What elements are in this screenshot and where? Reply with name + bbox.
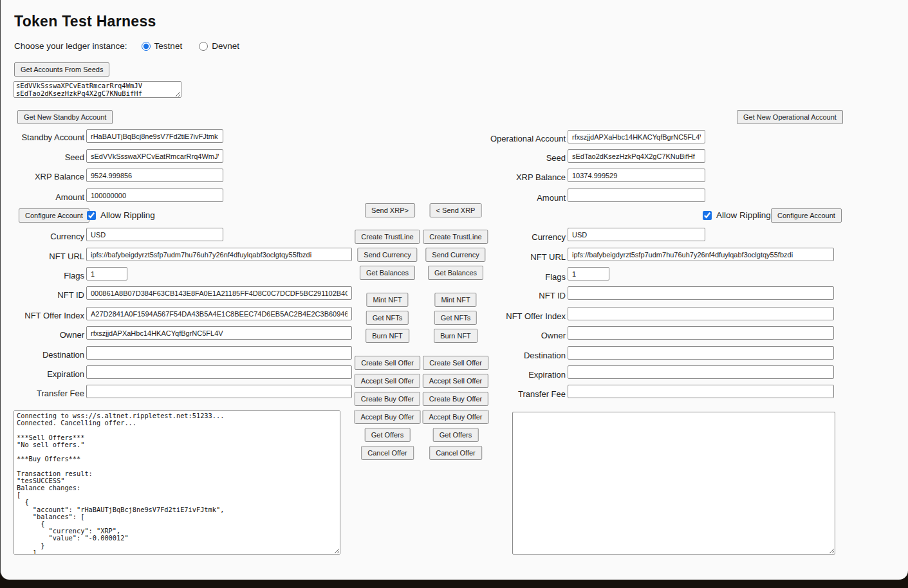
operational-owner-input[interactable] (568, 326, 834, 340)
ledger-instance-row: Choose your ledger instance: Testnet Dev… (14, 41, 256, 51)
operational-nft-id-label: NFT ID (450, 291, 566, 300)
operational-currency-label: Currency (450, 232, 566, 242)
devnet-radio-label: Devnet (212, 41, 239, 51)
standby-nft-id-label: NFT ID (2, 290, 84, 300)
send-xrp-standby-button[interactable]: Send XRP> (365, 203, 415, 217)
accept-buy-offer-standby-button[interactable]: Accept Buy Offer (355, 410, 421, 424)
operational-destination-input[interactable] (568, 346, 834, 360)
get-accounts-from-seeds-button[interactable]: Get Accounts From Seeds (14, 62, 109, 77)
testnet-radio-label: Testnet (154, 41, 183, 51)
create-buy-offer-standby-button[interactable]: Create Buy Offer (355, 392, 420, 406)
operational-xrp-balance-input[interactable] (568, 169, 705, 182)
operational-allow-rippling-checkbox[interactable] (703, 211, 712, 220)
standby-owner-input[interactable] (86, 326, 352, 340)
standby-currency-input[interactable] (86, 228, 223, 241)
operational-flags-label: Flags (450, 272, 566, 282)
get-offers-operational-button[interactable]: Get Offers (433, 428, 479, 442)
mint-nft-standby-button[interactable]: Mint NFT (366, 293, 408, 307)
standby-currency-label: Currency (2, 232, 84, 241)
testnet-radio[interactable] (142, 42, 151, 51)
standby-xrp-balance-label: XRP Balance (2, 172, 84, 181)
ledger-prompt-label: Choose your ledger instance: (14, 41, 127, 51)
page-title: Token Test Harness (14, 13, 156, 30)
operational-flags-input[interactable] (568, 267, 609, 280)
operational-destination-label: Destination (450, 351, 566, 360)
standby-account-label: Standby Account (2, 133, 84, 142)
operational-nft-url-input[interactable] (568, 248, 834, 261)
get-new-standby-account-button[interactable]: Get New Standby Account (17, 110, 113, 124)
standby-account-input[interactable] (86, 129, 223, 143)
operational-allow-rippling-label: Allow Rippling (716, 210, 771, 220)
cancel-offer-operational-button[interactable]: Cancel Offer (429, 446, 482, 460)
standby-nft-id-input[interactable] (86, 286, 352, 300)
create-sell-offer-standby-button[interactable]: Create Sell Offer (355, 356, 420, 370)
standby-allow-rippling-row: Allow Rippling (87, 210, 155, 220)
testnet-radio-group: Testnet (142, 41, 183, 51)
get-balances-standby-button[interactable]: Get Balances (360, 266, 415, 280)
operational-allow-rippling-row: Allow Rippling (703, 210, 771, 220)
send-currency-standby-button[interactable]: Send Currency (357, 248, 417, 262)
seeds-textarea[interactable]: sEdVVkSsswaXPCvEatRmcarRrq4WmJV sEdTao2d… (14, 81, 181, 98)
operational-owner-label: Owner (450, 331, 566, 340)
standby-nft-url-input[interactable] (86, 248, 352, 261)
operational-nft-offer-index-input[interactable] (568, 307, 834, 320)
standby-transfer-fee-input[interactable] (86, 385, 352, 398)
operational-nft-url-label: NFT URL (450, 252, 566, 262)
standby-xrp-balance-input[interactable] (86, 169, 223, 182)
operational-results-textarea[interactable] (512, 412, 835, 555)
operational-currency-input[interactable] (568, 228, 705, 241)
standby-allow-rippling-label: Allow Rippling (100, 210, 155, 220)
operational-seed-label: Seed (450, 153, 566, 163)
operational-expiration-input[interactable] (568, 365, 834, 379)
get-new-operational-account-button[interactable]: Get New Operational Account (737, 110, 843, 124)
standby-allow-rippling-checkbox[interactable] (87, 211, 96, 220)
standby-flags-input[interactable] (86, 267, 127, 280)
operational-nft-id-input[interactable] (568, 286, 834, 300)
operational-seed-input[interactable] (568, 149, 705, 163)
send-xrp-operational-button[interactable]: < Send XRP (430, 203, 482, 217)
get-offers-standby-button[interactable]: Get Offers (365, 428, 411, 442)
operational-nft-offer-index-label: NFT Offer Index (450, 311, 566, 321)
standby-nft-offer-index-input[interactable] (86, 307, 352, 320)
standby-nft-url-label: NFT URL (2, 252, 84, 261)
token-test-harness-page: Token Test Harness Choose your ledger in… (0, 0, 908, 580)
accept-sell-offer-standby-button[interactable]: Accept Sell Offer (355, 374, 420, 388)
standby-amount-input[interactable] (86, 188, 223, 202)
standby-results-textarea[interactable]: Connecting to wss://s.altnet.rippletest.… (14, 410, 340, 555)
standby-owner-label: Owner (2, 330, 84, 340)
operational-expiration-label: Expiration (450, 370, 566, 380)
get-nfts-standby-button[interactable]: Get NFTs (366, 311, 409, 325)
operational-transfer-fee-input[interactable] (568, 385, 834, 398)
standby-nft-offer-index-label: NFT Offer Index (2, 311, 84, 320)
devnet-radio[interactable] (199, 42, 208, 51)
devnet-radio-group: Devnet (199, 41, 239, 51)
standby-seed-input[interactable] (86, 149, 223, 163)
accept-buy-offer-operational-button[interactable]: Accept Buy Offer (423, 410, 489, 424)
standby-flags-label: Flags (2, 271, 84, 280)
operational-transfer-fee-label: Transfer Fee (450, 389, 566, 399)
create-trustline-standby-button[interactable]: Create TrustLine (355, 230, 420, 244)
operational-account-label: Operational Account (450, 134, 566, 143)
operational-amount-label: Amount (450, 193, 566, 203)
standby-destination-input[interactable] (86, 346, 352, 360)
standby-seed-label: Seed (2, 152, 84, 162)
standby-configure-account-button[interactable]: Configure Account (19, 208, 89, 223)
burn-nft-standby-button[interactable]: Burn NFT (366, 329, 409, 343)
standby-expiration-input[interactable] (86, 365, 352, 379)
operational-amount-input[interactable] (568, 188, 705, 202)
operational-configure-account-button[interactable]: Configure Account (771, 208, 842, 223)
standby-destination-label: Destination (2, 350, 84, 360)
standby-transfer-fee-label: Transfer Fee (2, 389, 84, 398)
operational-account-input[interactable] (568, 130, 705, 143)
operational-xrp-balance-label: XRP Balance (450, 172, 566, 182)
standby-expiration-label: Expiration (2, 369, 84, 379)
standby-amount-label: Amount (2, 192, 84, 202)
cancel-offer-standby-button[interactable]: Cancel Offer (361, 446, 414, 460)
